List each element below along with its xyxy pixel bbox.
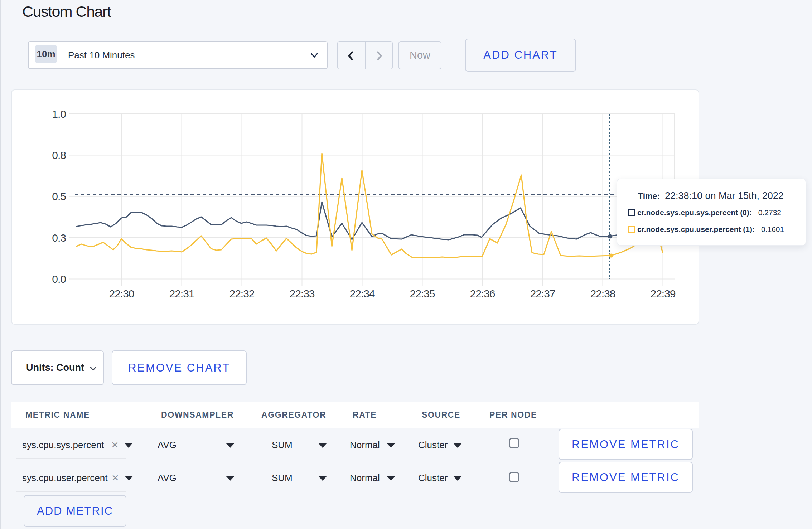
svg-text:22:33: 22:33 <box>289 288 314 300</box>
svg-text:0.5: 0.5 <box>52 190 66 202</box>
svg-text:0.8: 0.8 <box>52 149 66 161</box>
svg-text:22:32: 22:32 <box>229 288 254 300</box>
svg-text:22:34: 22:34 <box>349 288 374 300</box>
svg-text:22:37: 22:37 <box>530 288 555 300</box>
svg-text:22:36: 22:36 <box>470 288 495 300</box>
svg-text:22:31: 22:31 <box>169 288 194 300</box>
svg-text:0.3: 0.3 <box>52 232 66 244</box>
svg-text:0.0: 0.0 <box>52 273 66 285</box>
svg-text:22:30: 22:30 <box>109 288 134 300</box>
svg-text:22:39: 22:39 <box>650 288 675 300</box>
svg-text:22:38: 22:38 <box>590 288 615 300</box>
svg-text:1.0: 1.0 <box>52 108 66 120</box>
svg-text:22:35: 22:35 <box>410 288 435 300</box>
